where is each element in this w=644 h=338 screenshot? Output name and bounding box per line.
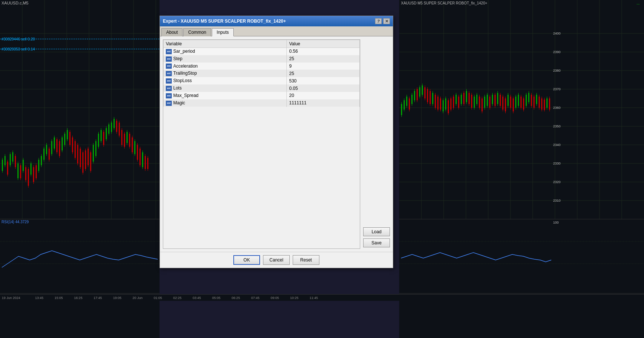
value-cell[interactable]: 9 — [287, 62, 360, 70]
variable-cell: mtLots — [164, 85, 287, 92]
variable-cell: mtStopLoss — [164, 77, 287, 85]
ok-button[interactable]: OK — [233, 255, 260, 265]
help-button[interactable]: ? — [375, 18, 382, 24]
dialog-titlebar[interactable]: Expert - XAUUSD M5 SUPER SCALPER ROBOT_f… — [160, 16, 393, 26]
reset-button[interactable]: Reset — [293, 255, 319, 265]
variable-cell: mtSar_period — [164, 48, 287, 55]
dialog-title: Expert - XAUUSD M5 SUPER SCALPER ROBOT_f… — [163, 19, 286, 24]
variable-cell: mtStep — [164, 55, 287, 62]
variable-name: Sar_period — [173, 49, 195, 54]
chart-right: 2400 2390 2380 2370 2360 2350 2340 2330 … — [399, 0, 644, 338]
svg-text:2380: 2380 — [553, 69, 561, 72]
value-cell[interactable]: 1111111 — [287, 99, 360, 107]
col-header-variable: Variable — [164, 40, 287, 48]
variable-cell: mtMax_Spread — [164, 92, 287, 99]
dialog-content: Variable Value mtSar_period0.56mtStep25m… — [160, 36, 393, 252]
table-row[interactable]: mtTrailingStop25 — [164, 70, 360, 77]
expert-dialog: Expert - XAUUSD M5 SUPER SCALPER ROBOT_f… — [160, 16, 393, 268]
cancel-button[interactable]: Cancel — [263, 255, 290, 265]
variable-name: Acceleration — [173, 64, 198, 69]
content-row: Variable Value mtSar_period0.56mtStep25m… — [163, 39, 390, 249]
var-icon: mt — [166, 93, 172, 98]
value-cell[interactable]: 20 — [287, 92, 360, 99]
svg-text:2310: 2310 — [553, 199, 561, 202]
table-row[interactable]: mtLots0.05 — [164, 85, 360, 92]
tab-inputs[interactable]: Inputs — [212, 28, 234, 36]
save-button[interactable]: Save — [363, 238, 390, 247]
dialog-tabs: About Common Inputs — [160, 26, 393, 36]
sell-line1-label: #30829446 sell 0.20 — [1, 37, 35, 41]
var-icon: mt — [166, 71, 172, 76]
chart-left: XAUUSD.c,M5 #30829446 sell 0.20 #3082935… — [0, 0, 160, 338]
variable-cell: mtTrailingStop — [164, 70, 287, 77]
dialog-controls: ? ✕ — [375, 18, 390, 24]
params-table-wrapper: Variable Value mtSar_period0.56mtStep25m… — [163, 39, 360, 249]
time-axis: 19 Jun 2024 13:45 15:05 16:25 17:45 19:0… — [0, 294, 644, 301]
variable-name: Step — [173, 56, 183, 61]
svg-text:2330: 2330 — [553, 162, 561, 165]
variable-name: Magic — [173, 100, 185, 105]
variable-name: StopLoss — [173, 78, 192, 83]
var-icon: mt — [166, 56, 172, 62]
value-cell[interactable]: 25 — [287, 55, 360, 62]
variable-cell: mtAcceleration — [164, 62, 287, 70]
svg-text:...: ... — [637, 1, 640, 5]
variable-name: Max_Spread — [173, 93, 198, 98]
col-header-value: Value — [287, 40, 360, 48]
table-row[interactable]: mtStopLoss530 — [164, 77, 360, 85]
dialog-footer: OK Cancel Reset — [160, 252, 393, 268]
table-row[interactable]: mtMax_Spread20 — [164, 92, 360, 99]
svg-text:2350: 2350 — [553, 124, 561, 128]
tab-common[interactable]: Common — [183, 28, 211, 36]
table-row[interactable]: mtAcceleration9 — [164, 62, 360, 70]
svg-text:XAUUSD M5 SUPER SCALPER ROBOT_: XAUUSD M5 SUPER SCALPER ROBOT_fix_1420+ — [401, 1, 487, 5]
svg-text:2370: 2370 — [553, 87, 561, 91]
close-button[interactable]: ✕ — [383, 18, 390, 24]
table-row[interactable]: mtStep25 — [164, 55, 360, 62]
svg-text:2320: 2320 — [553, 180, 561, 184]
side-buttons: Load Save — [360, 226, 390, 249]
sell-line2-label: #30829353 sell 0.14 — [1, 47, 35, 51]
var-icon: mt — [166, 101, 172, 106]
svg-text:2360: 2360 — [553, 106, 561, 110]
value-cell[interactable]: 0.05 — [287, 85, 360, 92]
value-cell[interactable]: 25 — [287, 70, 360, 77]
table-row[interactable]: mtSar_period0.56 — [164, 48, 360, 55]
var-icon: mt — [166, 78, 172, 84]
variable-cell: mtMagic — [164, 99, 287, 107]
variable-name: TrailingStop — [173, 71, 197, 76]
value-cell[interactable]: 530 — [287, 77, 360, 85]
svg-text:100: 100 — [553, 221, 559, 224]
var-icon: mt — [166, 86, 172, 91]
tab-about[interactable]: About — [161, 28, 183, 36]
chart-symbol-info: XAUUSD.c,M5 — [1, 1, 29, 5]
svg-rect-134 — [0, 219, 160, 293]
svg-text:2400: 2400 — [553, 32, 561, 35]
load-button[interactable]: Load — [363, 227, 390, 236]
variable-name: Lots — [173, 85, 182, 91]
params-table: Variable Value mtSar_period0.56mtStep25m… — [163, 40, 360, 107]
svg-text:2340: 2340 — [553, 143, 561, 147]
params-table-scroll[interactable]: Variable Value mtSar_period0.56mtStep25m… — [163, 40, 360, 248]
table-row[interactable]: mtMagic1111111 — [164, 99, 360, 107]
var-icon: mt — [166, 49, 172, 54]
var-icon: mt — [166, 64, 172, 69]
rsi-label: RSI(14) 44.3729 — [1, 220, 29, 224]
svg-text:2390: 2390 — [553, 50, 561, 54]
value-cell[interactable]: 0.56 — [287, 48, 360, 55]
